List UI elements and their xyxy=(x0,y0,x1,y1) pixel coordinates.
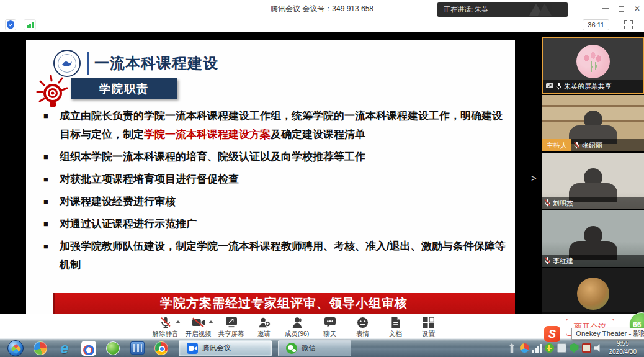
docs-button[interactable]: 文档 xyxy=(379,315,412,338)
bullet-marker: ■ xyxy=(43,192,60,211)
bullet-segment: 及确定建设课程清单 xyxy=(271,129,365,140)
settings-button[interactable]: 设置 xyxy=(412,315,445,338)
share-screen-button[interactable]: 共享屏幕 xyxy=(215,315,248,338)
meeting-timer: 36:11 xyxy=(583,19,609,30)
taskbar-button-wechat[interactable]: 微信 xyxy=(278,340,351,356)
participant-label: 刘明杰 xyxy=(542,197,644,209)
members-icon xyxy=(291,315,303,329)
window-controls: ✕ xyxy=(602,0,640,17)
host-badge: 主持人 xyxy=(542,139,571,151)
invite-icon xyxy=(258,315,271,329)
input-method-tray-icon[interactable] xyxy=(520,343,529,353)
participant-tile[interactable]: 刘明杰 xyxy=(542,153,644,209)
security-shield-icon[interactable] xyxy=(5,19,16,30)
invite-button[interactable]: 邀请 xyxy=(248,315,280,338)
minimize-button[interactable] xyxy=(602,8,609,9)
security-shield-tray-icon[interactable] xyxy=(570,343,579,353)
clock-time: 9:55 xyxy=(609,340,637,348)
onekey-theater-tooltip: Onekey Theater - 影院模式 xyxy=(571,328,644,340)
participant-tile[interactable]: 李红建 xyxy=(542,210,644,267)
slide-title: 一流本科课程建设 xyxy=(94,53,218,73)
participant-label: 李红建 xyxy=(542,255,644,267)
section-badge: 学院职责 xyxy=(71,78,177,99)
video-options-caret-icon[interactable] xyxy=(208,320,213,323)
participant-tile[interactable]: 主持人 张绍丽 xyxy=(542,95,644,151)
bullet-marker: ■ xyxy=(43,148,60,166)
screen-share-icon xyxy=(225,315,238,329)
fullscreen-icon[interactable] xyxy=(624,20,633,29)
members-button[interactable]: 成员(96) xyxy=(280,315,313,338)
volume-tray-icon[interactable] xyxy=(594,343,604,353)
participant-video xyxy=(559,168,627,197)
update-tray-icon[interactable] xyxy=(557,343,566,353)
taskbar-pinned-icons: e xyxy=(0,340,169,356)
antivirus-tray-icon[interactable] xyxy=(545,343,554,353)
clock-date: 2020/4/30 xyxy=(609,348,637,356)
network-signal-tray-icon[interactable] xyxy=(532,344,542,353)
taskbar-button-label: 腾讯会议 xyxy=(202,343,231,353)
chrome-icon[interactable] xyxy=(154,341,169,356)
signal-bars-icon[interactable] xyxy=(24,19,36,30)
mic-options-caret-icon[interactable] xyxy=(176,320,181,323)
taskbar-button-tencent-meeting[interactable]: 腾讯会议 xyxy=(179,340,272,356)
bullet-marker: ■ xyxy=(43,107,60,144)
chat-label: 聊天 xyxy=(323,330,336,338)
share-screen-label: 共享屏幕 xyxy=(218,330,244,338)
lightbulb-target-icon xyxy=(32,72,72,112)
emoji-button[interactable]: 表情 xyxy=(346,315,379,338)
taskbar-button-label: 微信 xyxy=(302,343,316,353)
avatar xyxy=(577,278,609,310)
taskbar-window-buttons: 腾讯会议 微信 xyxy=(179,340,351,356)
bullet-marker: ■ xyxy=(43,215,60,233)
participant-tile-screen-share[interactable]: 朱英的屏幕共享 xyxy=(542,37,644,94)
close-button[interactable]: ✕ xyxy=(634,4,640,13)
presentation-slide: 一流本科课程建设 学院职责 ■ 成立由院长负责的学院一流本科课程建设工作组 xyxy=(26,40,515,314)
sogou-icon[interactable]: S xyxy=(544,326,560,342)
bullet-item: ■ 对获批立项课程培育项目进行督促检查 xyxy=(43,170,508,189)
bullet-text: 成立由院长负责的学院一流本科课程建设工作组，统筹学院的一流本科课程建设工作，明确… xyxy=(60,107,508,144)
chevron-right-icon[interactable]: > xyxy=(531,173,537,183)
avatar xyxy=(576,45,610,78)
members-label: 成员(96) xyxy=(285,330,310,338)
university-logo-glyph xyxy=(58,54,76,73)
circles-app-icon[interactable] xyxy=(81,341,96,356)
bullet-item: ■ 成立由院长负责的学院一流本科课程建设工作组，统筹学院的一流本科课程建设工作，… xyxy=(43,107,508,144)
start-video-button[interactable]: 开启视频 xyxy=(182,315,215,338)
bullet-item: ■ 对通过认证课程进行示范推广 xyxy=(43,215,508,233)
display-tray-icon[interactable] xyxy=(582,343,591,353)
mic-muted-icon xyxy=(545,257,550,264)
unmute-button[interactable]: 解除静音 xyxy=(149,315,182,338)
invite-label: 邀请 xyxy=(257,330,271,338)
usb-tray-icon[interactable] xyxy=(508,343,517,353)
participant-name: 李红建 xyxy=(553,256,573,266)
chat-button[interactable]: 聊天 xyxy=(313,315,346,338)
speaking-indicator: 正在讲话: 朱英 xyxy=(437,2,568,17)
docs-label: 文档 xyxy=(389,330,402,338)
taskbar-clock[interactable]: 9:55 2020/4/30 xyxy=(607,340,642,356)
bullet-text: 组织本学院一流本科课程的培育、院级认证以及向学校推荐等工作 xyxy=(60,148,365,166)
unmute-label: 解除静音 xyxy=(153,330,179,338)
bullet-marker: ■ xyxy=(43,237,60,274)
participant-name: 朱英的屏幕共享 xyxy=(564,82,612,91)
mic-muted-icon xyxy=(545,199,550,207)
windows-start-icon[interactable] xyxy=(7,340,24,356)
maximize-button[interactable] xyxy=(619,6,624,12)
participant-sidebar: 朱英的屏幕共享 主持人 张绍丽 刘明杰 李红建 xyxy=(542,37,644,326)
emoji-label: 表情 xyxy=(356,330,369,338)
emoji-icon xyxy=(357,315,369,329)
bullet-text: 对课程建设经费进行审核 xyxy=(60,192,176,211)
bullet-marker: ■ xyxy=(43,170,60,189)
settings-icon xyxy=(423,315,434,329)
pinwheel-browser-icon[interactable] xyxy=(33,341,48,356)
title-divider xyxy=(87,52,89,75)
bullet-segment-highlight: 学院一流本科课程建设方案 xyxy=(144,129,271,140)
ie-icon[interactable]: e xyxy=(57,341,72,356)
chat-icon xyxy=(324,315,336,329)
tencent-meeting-icon xyxy=(187,343,198,354)
green-browser-icon[interactable] xyxy=(105,341,120,356)
video-player-icon[interactable] xyxy=(130,341,145,356)
settings-label: 设置 xyxy=(422,330,435,338)
mic-muted-icon xyxy=(574,142,579,149)
participant-label: 朱英的屏幕共享 xyxy=(543,80,643,93)
bullet-list: ■ 成立由院长负责的学院一流本科课程建设工作组，统筹学院的一流本科课程建设工作，… xyxy=(43,107,508,278)
